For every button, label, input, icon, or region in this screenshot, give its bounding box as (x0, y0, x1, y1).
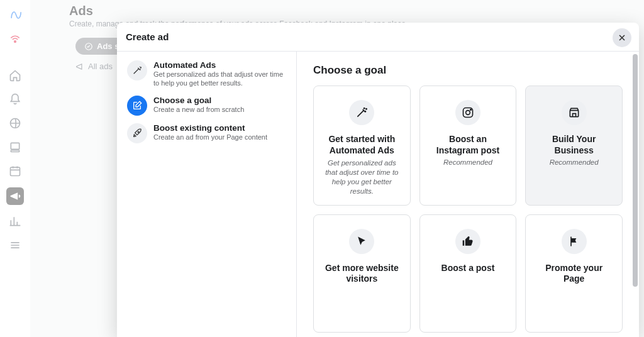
list-item-choose-goal[interactable]: Choose a goal Create a new ad from scrat… (123, 92, 290, 119)
card-build-business[interactable]: Build Your Business Recommended (525, 86, 623, 206)
scrollbar-thumb[interactable] (633, 54, 638, 287)
card-label: Build Your Business (535, 134, 613, 156)
svg-point-0 (14, 41, 16, 43)
card-label: Boost an Instagram post (429, 134, 508, 156)
card-label: Boost a post (441, 263, 495, 274)
list-item-label: Automated Ads (153, 60, 286, 70)
list-item-sub: Create a new ad from scratch (153, 106, 244, 114)
card-promote-page[interactable]: Promote your Page (525, 214, 623, 333)
list-item-boost-existing[interactable]: Boost existing content Create an ad from… (123, 119, 290, 147)
wand-icon (127, 60, 147, 80)
svg-point-11 (364, 108, 365, 109)
flag-icon (562, 229, 587, 254)
card-boost-post[interactable]: Boost a post (419, 214, 517, 333)
meta-logo-icon (8, 8, 23, 23)
posts-icon[interactable] (8, 140, 23, 155)
modal-title: Create ad (126, 31, 169, 42)
all-ads-link[interactable]: All ads (75, 62, 113, 71)
svg-point-6 (140, 69, 140, 70)
pane-title: Choose a goal (313, 64, 623, 77)
menu-icon[interactable] (8, 238, 23, 253)
svg-point-9 (365, 111, 365, 112)
edit-icon (127, 96, 147, 116)
card-website-visitors[interactable]: Get more website visitors (313, 214, 411, 333)
list-item-label: Boost existing content (153, 123, 267, 133)
svg-rect-4 (11, 167, 20, 175)
list-item-sub: Create an ad from your Page content (153, 133, 267, 142)
wifi-icon[interactable] (8, 31, 23, 47)
modal-scrollbar[interactable] (633, 52, 638, 337)
page-title: Ads (69, 4, 408, 18)
svg-rect-2 (11, 143, 19, 149)
thumbs-up-icon (455, 229, 480, 254)
modal-header: Create ad (117, 23, 639, 52)
svg-point-14 (470, 109, 472, 111)
ads-icon[interactable] (6, 187, 24, 205)
list-item-automated-ads[interactable]: Automated Ads Get personalized ads that … (123, 57, 290, 92)
cursor-icon (349, 229, 374, 254)
close-button[interactable] (613, 28, 631, 47)
svg-point-13 (466, 111, 470, 115)
goal-pane: Choose a goal Get started with Automated… (297, 52, 639, 337)
card-desc: Get personalized ads that adjust over ti… (323, 158, 401, 196)
svg-point-8 (138, 131, 139, 133)
create-ad-modal: Create ad Automated Ads Get personalized… (117, 23, 639, 337)
bell-icon[interactable] (8, 92, 23, 107)
list-item-label: Choose a goal (153, 96, 244, 105)
svg-point-10 (366, 109, 367, 109)
close-icon (617, 33, 627, 43)
list-item-sub: Get personalized ads that adjust over ti… (153, 70, 286, 88)
card-automated-ads[interactable]: Get started with Automated Ads Get perso… (313, 86, 411, 206)
card-label: Get started with Automated Ads (323, 134, 401, 156)
svg-point-7 (141, 67, 142, 68)
card-recommended: Recommended (443, 158, 492, 166)
all-ads-label: All ads (88, 62, 113, 71)
planner-icon[interactable] (8, 116, 23, 131)
card-boost-instagram[interactable]: Boost an Instagram post Recommended (419, 86, 517, 206)
card-recommended: Recommended (550, 158, 599, 166)
ads-summary-label: Ads s (97, 41, 119, 51)
card-label: Get more website visitors (323, 263, 401, 285)
insights-icon[interactable] (8, 214, 23, 229)
calendar-icon[interactable] (8, 163, 23, 179)
card-label: Promote your Page (535, 263, 613, 285)
storefront-icon (562, 100, 587, 125)
left-nav-rail (0, 0, 30, 337)
instagram-icon (455, 100, 480, 125)
rocket-icon (127, 123, 147, 143)
wand-icon (349, 100, 374, 125)
ad-type-list: Automated Ads Get personalized ads that … (117, 52, 297, 337)
home-icon[interactable] (8, 68, 23, 83)
svg-rect-3 (11, 150, 19, 152)
